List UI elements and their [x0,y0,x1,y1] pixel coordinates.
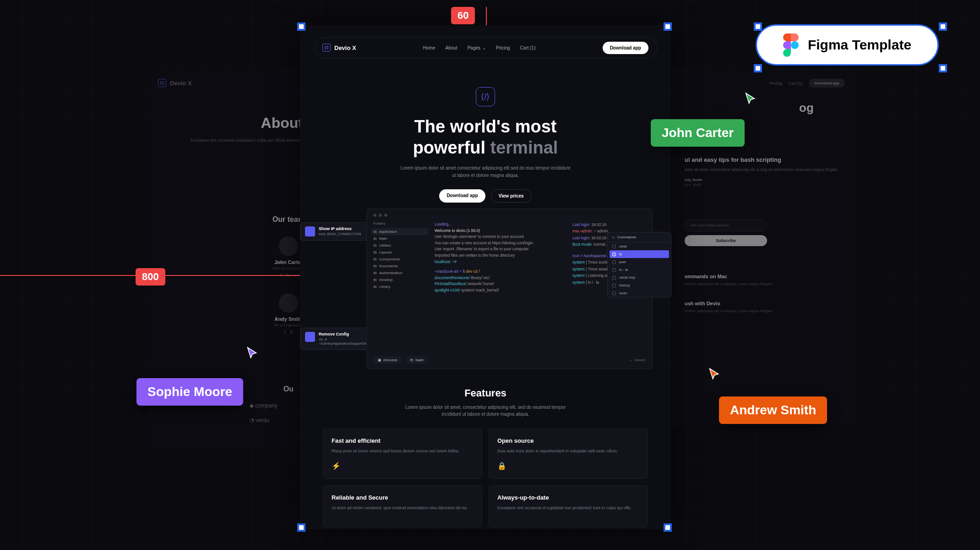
search-input[interactable]: ⌕ Search [630,358,646,362]
tab-cmd[interactable]: ▣ cmd.exe [373,356,402,364]
cmd-item[interactable]: mkdir tmp [608,274,671,281]
feature-title: Fast and efficient [332,437,474,444]
measurement-badge: 800 [136,268,165,286]
log-line: Use 'devlogin username' to connect to yo… [435,234,566,240]
list-item: ush with Devioectetur adipiscing elit ut… [685,301,840,314]
code-icon: ⟨/⟩ [476,87,495,106]
command-palette[interactable]: ⌕Commands clear ls pwd ls - la mkdir tmp… [607,232,671,297]
nav-link: Cart (1) [789,81,803,86]
folder-item[interactable]: 🗀 Components [373,256,428,263]
collaborator-label: Sophie Moore [136,378,243,406]
collaborator-cursor [744,91,757,106]
features-grid: Fast and efficientRisus proin et lorem v… [323,429,648,528]
folder-item[interactable]: 🗀 Desktop [373,276,428,283]
brand-name: Devio X [170,80,192,87]
search-icon: ⌕ [612,235,615,239]
post-title: ul and easy tips for bash scripting [685,156,840,163]
folder-item[interactable]: 🗀 Application [371,228,428,235]
feature-body: Ut enim ad minim veniamol, quis nostrud … [332,505,474,511]
folder-item[interactable]: 🗀 Documents [373,263,428,270]
folder-item[interactable]: 🗀 Layouts [373,249,428,256]
feature-body: Excepteur sint occaecat ol cupidatat non… [497,505,639,511]
selection-handle[interactable] [297,22,305,31]
brand-logo[interactable]: ⟨/⟩Devio X [322,44,356,52]
feature-title: Reliable and Secure [332,494,474,501]
cmd-item[interactable]: ls - la [608,266,671,274]
lightning-icon: ⚡ [332,462,474,470]
hero-subtitle: Lorem ipsum dolor sit amet consectetur a… [398,165,572,179]
cmd-item[interactable]: pwd [608,258,671,266]
nav-link-pricing[interactable]: Pricing [496,45,510,50]
download-button[interactable]: Download app [439,189,485,203]
post-meta: ody Smithry 4, 2023 [685,178,840,187]
avatar [279,293,298,313]
collaborator-cursor [245,346,258,360]
selection-handle[interactable] [754,22,762,31]
main-artboard[interactable]: ⟨/⟩Devio X Home About Pages ⌄ Pricing Ca… [300,25,671,529]
nav-link-pages[interactable]: Pages ⌄ [468,45,486,50]
selection-handle[interactable] [297,523,305,532]
palette-header: ⌕Commands [608,232,671,242]
nav-link-cart[interactable]: Cart (1) [520,45,536,50]
selection-handle[interactable] [754,64,762,72]
log-line: spotlight-v100/ system/ mach_kernel/ [435,287,566,294]
selection-handle[interactable] [939,64,947,72]
avatar [279,236,298,256]
download-button[interactable]: Download app [603,42,648,54]
feature-body: Risus proin et lorem viverra sed lectus … [332,448,474,454]
terminal-footer: ▣ cmd.exe 🗀 bash ⌕ Search [373,356,646,364]
chip-label: Figma Template [808,37,911,53]
folder-item[interactable]: 🗀 Main [373,235,428,242]
brand-name: Devio X [334,44,356,51]
selection-handle[interactable] [664,523,672,532]
lock-icon: 🔒 [497,462,639,470]
cmd-item[interactable]: history [608,281,671,289]
folder-item[interactable]: 🗀 Library [373,283,428,290]
nav-link-about[interactable]: About [446,45,457,50]
facebook-icon: f [284,330,285,335]
investor-logo: ◔ ventu [250,417,269,424]
tooltip-title: Show IP address [319,226,361,231]
nav-link-home[interactable]: Home [423,45,436,50]
tab-bash[interactable]: 🗀 bash [405,356,428,364]
cmd-item[interactable]: clear [608,242,671,250]
terminal-preview: Show IP addressecho $SSH_CONNECTION Remo… [318,209,653,369]
features-heading: Features [323,387,648,399]
cmd-item-selected[interactable]: ls [610,250,669,258]
twitter-icon: 𝕏 [290,330,293,335]
search-icon: ⌕ [630,358,632,362]
features-subtitle: Lorem ipsum dolor sit amet, consectetur … [398,404,572,418]
log-line: Imported files are written to the home d… [435,253,566,259]
collaborator-label: John Carter [651,119,745,147]
code-icon: ⟨/⟩ [322,44,331,52]
log-line: Last login: 16:02:19 [572,221,646,228]
investor-logo: ◆ company [250,402,278,409]
folders-label: Folders [373,221,428,226]
view-prices-button[interactable]: View prices [491,189,532,203]
measurement-badge: 60 [451,7,475,24]
selection-handle[interactable] [939,22,947,31]
hero-buttons: Download app View prices [346,189,625,203]
folder-sidebar: Folders 🗀 Application 🗀 Main 🗀 Utilities… [373,221,428,341]
feature-card: Always-up-to-dateExcepteur sint occaecat… [489,485,648,527]
list-body: ectetur adipiscing elit ut aliquam, puru… [685,281,840,287]
list-body: ectetur adipiscing elit ut aliquam, puru… [685,308,840,314]
terminal-window[interactable]: Folders 🗀 Application 🗀 Main 🗀 Utilities… [366,209,653,369]
log-line: Loading... [435,221,566,228]
tooltip-body: rm -rf ~/Library/ApplicationSupport/Devi… [319,337,372,346]
log-line: localhost: ~# [435,259,566,265]
list-title: ommands on Mac [685,274,840,279]
measure-line [486,7,487,25]
folder-item[interactable]: 🗀 Utilities [373,242,428,249]
selection-handle[interactable] [664,22,672,31]
hero-title: The world's mostpowerful terminal [346,116,625,158]
cmd-item[interactable]: sudo [608,289,671,297]
figma-template-chip[interactable]: Figma Template [756,24,939,66]
plugin-icon [305,332,315,342]
folder-item[interactable]: 🗀 Authentication [373,270,428,276]
post-date: ry 4, 2023 [685,183,701,187]
feature-card: Fast and efficientRisus proin et lorem v… [323,429,482,479]
feature-card: Open sourceDuis aute irure dolor in repr… [489,429,648,479]
terminal-tabs: ▣ cmd.exe 🗀 bash [373,356,428,364]
list-item: ommands on Macectetur adipiscing elit ut… [685,274,840,287]
